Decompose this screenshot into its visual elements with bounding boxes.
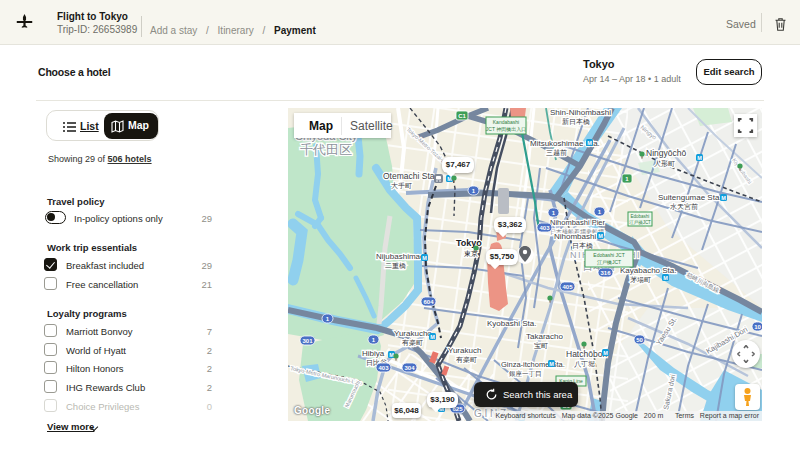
svg-text:江戸橋JCT: 江戸橋JCT (629, 220, 651, 225)
svg-text:Kyobashi Sta.: Kyobashi Sta. (487, 319, 536, 328)
svg-text:Hibiya: Hibiya (362, 349, 385, 358)
svg-text:Hatchōbori: Hatchōbori (566, 349, 607, 359)
svg-text:405: 405 (562, 284, 573, 290)
svg-text:千代田区: 千代田区 (300, 142, 352, 157)
svg-text:403: 403 (539, 225, 550, 231)
svg-text:大手町: 大手町 (391, 182, 412, 189)
svg-text:三越前: 三越前 (546, 149, 567, 157)
svg-text:有楽町: 有楽町 (402, 339, 423, 346)
svg-text:人形町: 人形町 (654, 160, 675, 168)
svg-text:316: 316 (600, 270, 611, 276)
svg-text:M: M (549, 361, 554, 367)
svg-text:宝町: 宝町 (534, 342, 548, 349)
svg-text:Nijubashimae: Nijubashimae (376, 252, 425, 261)
svg-text:Ningyōchō: Ningyōchō (646, 148, 686, 158)
svg-text:403: 403 (378, 365, 389, 371)
svg-text:日本橋: 日本橋 (572, 242, 593, 250)
svg-text:江戸橋JCT: 江戸橋JCT (597, 259, 621, 266)
svg-text:Edobashi JCT: Edobashi JCT (593, 252, 624, 258)
svg-text:有楽町: 有楽町 (456, 356, 477, 363)
svg-text:水天宮前: 水天宮前 (670, 203, 698, 210)
svg-text:M: M (663, 275, 668, 281)
svg-text:茅場町: 茅場町 (630, 276, 651, 284)
svg-text:604: 604 (423, 299, 434, 305)
svg-text:新日本橋: 新日本橋 (562, 117, 590, 126)
svg-text:Ginza-itchome Sta.: Ginza-itchome Sta. (501, 360, 565, 369)
svg-text:Tokyo: Tokyo (456, 238, 482, 248)
svg-text:304: 304 (404, 365, 415, 371)
svg-text:Suitengumae Sta.: Suitengumae Sta. (658, 193, 722, 202)
svg-text:M: M (721, 195, 726, 201)
svg-text:Nihombashi Pier: Nihombashi Pier (550, 218, 606, 227)
svg-text:50: 50 (636, 337, 643, 343)
svg-text:M: M (587, 140, 592, 146)
svg-text:Otemachi Sta.: Otemachi Sta. (383, 171, 437, 181)
svg-text:10: 10 (754, 324, 761, 330)
svg-text:M: M (598, 233, 603, 239)
svg-text:八丁堀: 八丁堀 (574, 360, 595, 368)
svg-text:Yurakuch: Yurakuch (448, 346, 481, 355)
svg-text:銀座一丁目: 銀座一丁目 (509, 370, 542, 377)
svg-text:二重橋: 二重橋 (385, 262, 406, 269)
svg-text:Shin-Nihombashi: Shin-Nihombashi (550, 108, 611, 117)
svg-text:M: M (603, 350, 608, 356)
svg-text:301: 301 (302, 338, 313, 344)
svg-text:M: M (697, 155, 702, 161)
svg-text:M: M (422, 255, 427, 261)
svg-text:Kandabashi: Kandabashi (493, 119, 519, 125)
svg-text:C1: C1 (458, 113, 466, 119)
svg-text:Edobashi: Edobashi (631, 214, 650, 219)
svg-text:Nihombashi: Nihombashi (554, 232, 596, 241)
svg-text:M: M (430, 334, 435, 340)
svg-text:Takaracho: Takaracho (526, 332, 563, 341)
svg-text:JCT 神田橋出入口: JCT 神田橋出入口 (486, 126, 526, 133)
svg-text:Yurakucho: Yurakucho (394, 329, 432, 338)
svg-text:M: M (389, 352, 394, 358)
